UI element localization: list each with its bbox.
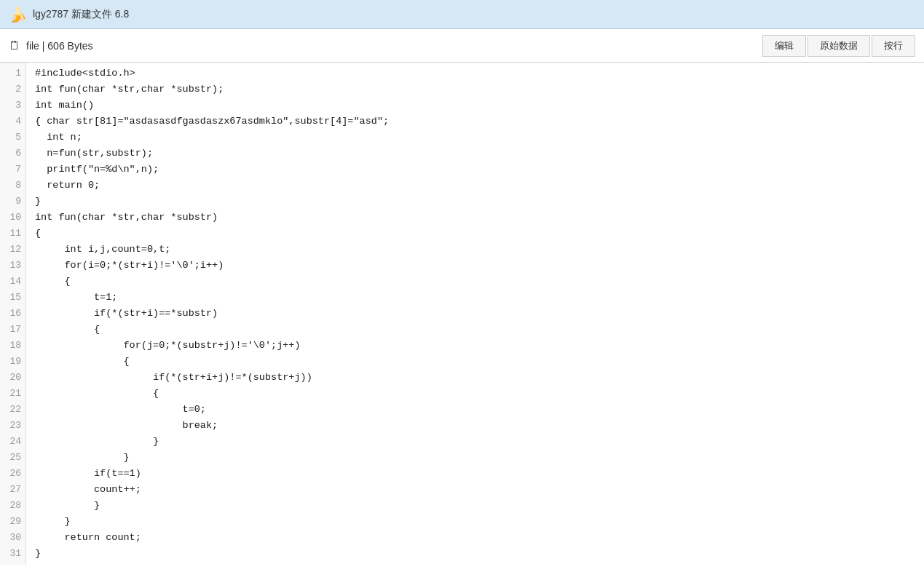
line-number: 26 bbox=[0, 466, 25, 482]
line-number: 25 bbox=[0, 450, 25, 466]
code-line: { char str[81]="asdasasdfgasdaszx67asdmk… bbox=[35, 114, 924, 130]
line-number: 3 bbox=[0, 98, 25, 114]
code-line: { bbox=[35, 386, 924, 402]
line-number: 14 bbox=[0, 274, 25, 290]
line-number: 2 bbox=[0, 82, 25, 98]
title-bar: 🍌 lgy2787 新建文件 6.8 bbox=[0, 0, 924, 29]
code-line: t=1; bbox=[35, 290, 924, 306]
line-number: 15 bbox=[0, 290, 25, 306]
file-info: 🗒 file | 606 Bytes bbox=[9, 39, 93, 52]
code-line: { bbox=[35, 322, 924, 338]
code-line: t=0; bbox=[35, 402, 924, 418]
line-number: 21 bbox=[0, 386, 25, 402]
code-line: printf("n=%d\n",n); bbox=[35, 162, 924, 178]
line-number: 31 bbox=[0, 546, 25, 562]
line-numbers: 1234567891011121314151617181920212223242… bbox=[0, 63, 26, 565]
line-number: 27 bbox=[0, 482, 25, 498]
code-line: for(j=0;*(substr+j)!='\0';j++) bbox=[35, 338, 924, 354]
line-number: 20 bbox=[0, 370, 25, 386]
code-lines: #include<stdio.h>int fun(char *str,char … bbox=[26, 63, 924, 565]
code-line: n=fun(str,substr); bbox=[35, 146, 924, 162]
line-number: 4 bbox=[0, 114, 25, 130]
line-number: 8 bbox=[0, 178, 25, 194]
code-line: count++; bbox=[35, 482, 924, 498]
edit-button[interactable]: 编辑 bbox=[762, 35, 806, 57]
code-line: { bbox=[35, 226, 924, 242]
app-icon: 🍌 bbox=[9, 6, 27, 23]
line-number: 17 bbox=[0, 322, 25, 338]
line-number: 28 bbox=[0, 498, 25, 514]
line-number: 18 bbox=[0, 338, 25, 354]
line-number: 10 bbox=[0, 210, 25, 226]
code-line: } bbox=[35, 450, 924, 466]
line-number: 23 bbox=[0, 418, 25, 434]
code-line: int fun(char *str,char *substr); bbox=[35, 82, 924, 98]
code-line: } bbox=[35, 514, 924, 530]
line-number: 5 bbox=[0, 130, 25, 146]
line-number: 6 bbox=[0, 146, 25, 162]
code-line: if(*(str+i)==*substr) bbox=[35, 306, 924, 322]
line-number: 19 bbox=[0, 354, 25, 370]
code-line: return count; bbox=[35, 530, 924, 546]
code-line: } bbox=[35, 434, 924, 450]
code-line: break; bbox=[35, 418, 924, 434]
line-number: 7 bbox=[0, 162, 25, 178]
code-line: { bbox=[35, 354, 924, 370]
line-number: 29 bbox=[0, 514, 25, 530]
code-line: { bbox=[35, 274, 924, 290]
code-line: for(i=0;*(str+i)!='\0';i++) bbox=[35, 258, 924, 274]
line-number: 13 bbox=[0, 258, 25, 274]
line-number: 1 bbox=[0, 65, 25, 82]
line-number: 22 bbox=[0, 402, 25, 418]
code-line: if(*(str+i+j)!=*(substr+j)) bbox=[35, 370, 924, 386]
line-number: 11 bbox=[0, 226, 25, 242]
code-line: int fun(char *str,char *substr) bbox=[35, 210, 924, 226]
line-number: 12 bbox=[0, 242, 25, 258]
line-number: 16 bbox=[0, 306, 25, 322]
toolbar: 🗒 file | 606 Bytes 编辑 原始数据 按行 bbox=[0, 29, 924, 63]
code-line: int main() bbox=[35, 98, 924, 114]
code-line: } bbox=[35, 498, 924, 514]
window-title: lgy2787 新建文件 6.8 bbox=[33, 8, 129, 21]
code-editor[interactable]: 1234567891011121314151617181920212223242… bbox=[0, 63, 924, 580]
code-container: 1234567891011121314151617181920212223242… bbox=[0, 63, 924, 565]
code-line: int n; bbox=[35, 130, 924, 146]
code-line: if(t==1) bbox=[35, 466, 924, 482]
line-number: 24 bbox=[0, 434, 25, 450]
code-line: return 0; bbox=[35, 178, 924, 194]
code-line: } bbox=[35, 546, 924, 562]
code-line: int i,j,count=0,t; bbox=[35, 242, 924, 258]
code-line: #include<stdio.h> bbox=[35, 65, 924, 82]
line-number: 9 bbox=[0, 194, 25, 210]
line-number: 30 bbox=[0, 530, 25, 546]
toolbar-buttons: 编辑 原始数据 按行 bbox=[762, 35, 915, 57]
file-icon: 🗒 bbox=[9, 39, 20, 52]
code-line: } bbox=[35, 194, 924, 210]
raw-data-button[interactable]: 原始数据 bbox=[807, 35, 870, 57]
file-info-text: file | 606 Bytes bbox=[26, 40, 93, 52]
run-button[interactable]: 按行 bbox=[872, 35, 915, 57]
